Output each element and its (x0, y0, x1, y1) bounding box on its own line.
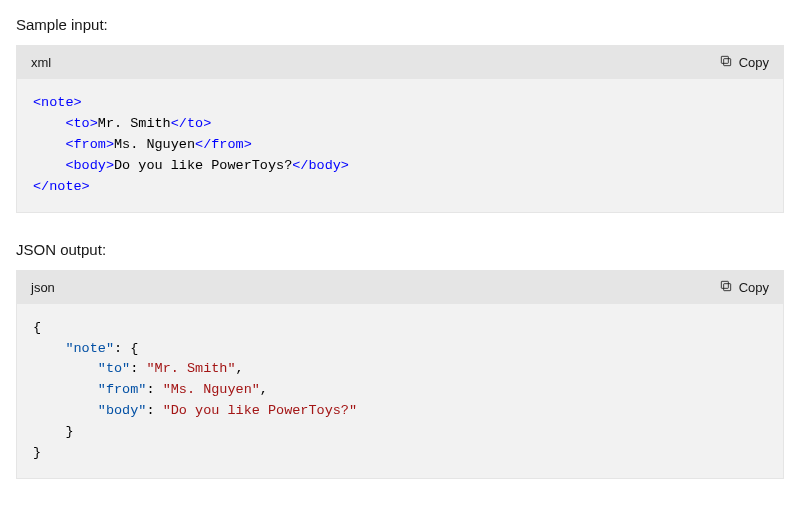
json-output-heading: JSON output: (16, 241, 784, 258)
code-language-label: xml (31, 55, 51, 70)
code-block-xml: xml Copy <note> <to>Mr. Smith</to> <from… (16, 45, 784, 213)
svg-rect-0 (723, 59, 730, 66)
code-content: <note> <to>Mr. Smith</to> <from>Ms. Nguy… (17, 79, 783, 212)
code-language-label: json (31, 280, 55, 295)
code-content: { "note": { "to": "Mr. Smith", "from": "… (17, 304, 783, 478)
code-header: xml Copy (17, 46, 783, 79)
sample-input-heading: Sample input: (16, 16, 784, 33)
copy-icon (719, 279, 733, 296)
svg-rect-2 (723, 283, 730, 290)
svg-rect-3 (721, 281, 728, 288)
copy-button[interactable]: Copy (719, 52, 769, 73)
copy-icon (719, 54, 733, 71)
copy-button[interactable]: Copy (719, 277, 769, 298)
code-block-json: json Copy { "note": { "to": "Mr. Smith",… (16, 270, 784, 479)
svg-rect-1 (721, 56, 728, 63)
copy-label: Copy (739, 55, 769, 70)
code-header: json Copy (17, 271, 783, 304)
copy-label: Copy (739, 280, 769, 295)
